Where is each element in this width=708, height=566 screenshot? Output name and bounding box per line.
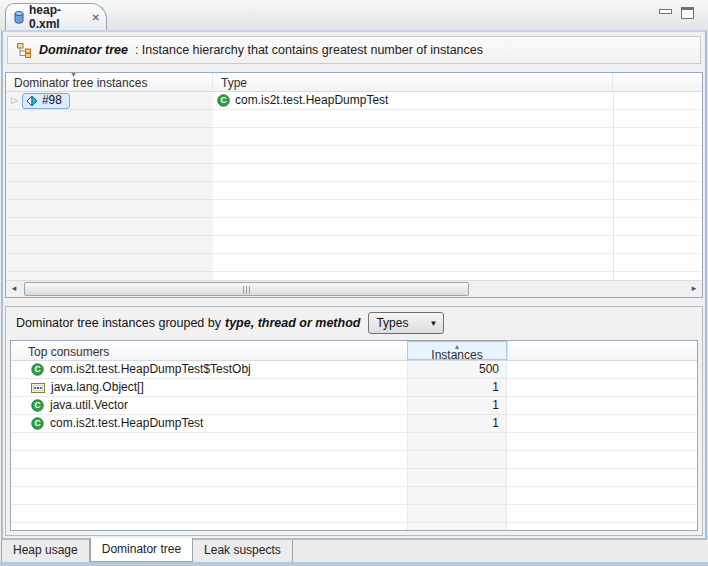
class-icon: C [31,399,44,412]
type-label: com.is2t.test.HeapDumpTest [235,92,388,109]
group-by-emphasis: type, thread or method [225,316,360,330]
class-icon: C [217,94,230,107]
view-controls [659,7,694,19]
column-header-type[interactable]: Type [213,73,613,91]
horizontal-scrollbar[interactable]: ◂ ▸ [6,280,702,297]
column-header-instances[interactable]: ▲ Instances [407,341,507,360]
tab-heap-usage[interactable]: Heap usage [1,540,90,562]
empty-row [6,128,702,146]
scrollbar-thumb[interactable] [24,282,469,296]
class-icon: C [31,417,44,430]
empty-row [11,451,697,469]
view-banner: Dominator tree : Instance hierarchy that… [7,36,701,64]
editor-tab-bar: heap-0.xml ✕ [0,0,708,30]
dominator-table-header: ▼ Dominator tree instances Type [6,73,702,92]
column-header-label: Instances [431,350,482,361]
empty-row [11,505,697,523]
window-bottom-edge [0,562,708,566]
consumer-row[interactable]: C com.is2t.test.HeapDumpTest 1 [11,415,697,433]
tab-heap-0-xml[interactable]: heap-0.xml ✕ [5,3,107,30]
column-header-empty [507,341,697,360]
empty-row [6,146,702,164]
empty-row [11,487,697,505]
maximize-icon[interactable] [681,7,694,19]
view-content: Dominator tree : Instance hierarchy that… [1,30,707,540]
instance-label: #98 [42,92,62,109]
instance-count: 1 [407,415,507,433]
consumer-row[interactable]: java.lang.Object[] 1 [11,379,697,397]
empty-row [6,200,702,218]
instance-count: 1 [407,379,507,397]
instance-count: 1 [407,397,507,415]
tab-leak-suspects[interactable]: Leak suspects [193,540,293,562]
column-header-dominator-tree-instances[interactable]: ▼ Dominator tree instances [6,73,213,91]
consumer-name: com.is2t.test.HeapDumpTest [50,415,203,432]
group-by-bar: Dominator tree instances grouped by type… [6,307,702,339]
empty-row [6,164,702,182]
empty-row [6,272,702,280]
minimize-icon[interactable] [659,9,672,14]
empty-row [6,236,702,254]
consumer-row[interactable]: C java.util.Vector 1 [11,397,697,415]
svg-text:C: C [34,364,40,374]
close-icon[interactable]: ✕ [92,12,100,23]
instance-count: 500 [407,361,507,379]
expand-arrow-icon[interactable]: ▷ [11,92,18,109]
consumer-name: com.is2t.test.HeapDumpTest$TestObj [50,361,251,378]
dominator-tree-icon [16,42,32,58]
column-header-label: Dominator tree instances [14,76,147,90]
consumer-name: java.lang.Object[] [51,379,144,396]
empty-row [11,469,697,487]
svg-text:C: C [220,95,226,105]
column-header-top-consumers[interactable]: Top consumers [11,341,407,360]
banner-description: : Instance hierarchy that contains great… [135,43,483,57]
tab-title: heap-0.xml [29,3,85,31]
bottom-tab-bar: Heap usage Dominator tree Leak suspects [1,540,707,562]
empty-row [6,110,702,128]
sort-descending-icon: ▼ [70,72,77,78]
group-by-dropdown[interactable]: Types ▼ [368,312,444,334]
dominator-tree-table: ▼ Dominator tree instances Type ▷ [5,72,703,298]
array-icon [31,382,45,394]
empty-row [6,182,702,200]
editor-window: heap-0.xml ✕ Dominator tree : Instance h… [0,0,708,566]
column-header-label: Type [221,76,247,90]
top-consumers-table: Top consumers ▲ Instances C com.is2t.tes… [10,340,698,531]
empty-row [6,218,702,236]
dominator-table-body: ▷ #98 [6,92,702,280]
consumers-table-header: Top consumers ▲ Instances [11,341,697,361]
instance-icon [26,95,38,107]
empty-row [11,523,697,531]
class-icon: C [31,363,44,376]
banner-title: Dominator tree [39,43,128,57]
column-header-empty [613,73,702,91]
empty-row [11,433,697,451]
group-by-label: Dominator tree instances grouped by [16,316,221,330]
column-header-label: Top consumers [28,345,109,359]
dropdown-arrow-icon: ▼ [430,319,438,328]
svg-text:C: C [34,418,40,428]
grouped-instances-panel: Dominator tree instances grouped by type… [5,306,703,536]
dropdown-value: Types [376,316,408,330]
tree-row-98[interactable]: ▷ #98 [6,92,702,110]
empty-row [6,254,702,272]
consumer-name: java.util.Vector [50,397,128,414]
scroll-left-icon[interactable]: ◂ [6,281,22,297]
selected-instance-cell[interactable]: #98 [22,93,70,109]
svg-text:C: C [34,400,40,410]
heap-file-icon [14,11,24,24]
scroll-right-icon[interactable]: ▸ [686,281,702,297]
tab-dominator-tree[interactable]: Dominator tree [90,538,193,562]
consumer-row[interactable]: C com.is2t.test.HeapDumpTest$TestObj 500 [11,361,697,379]
